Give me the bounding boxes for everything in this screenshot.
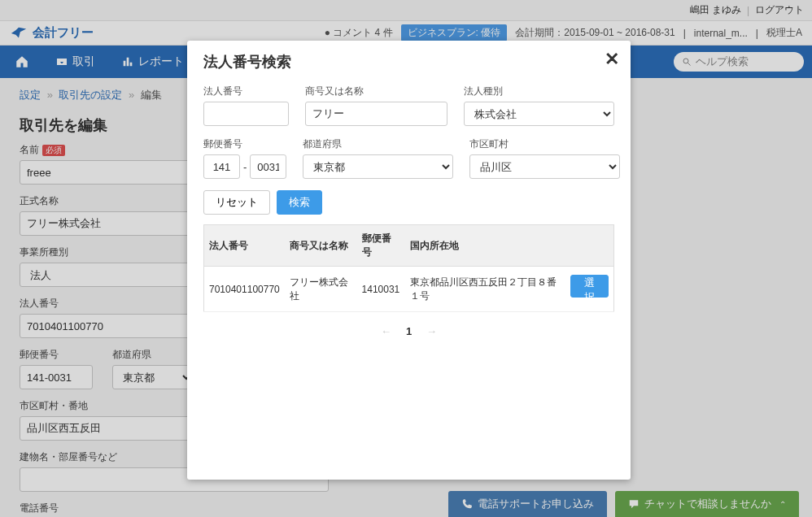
- modal-pref-label: 都道府県: [303, 137, 453, 151]
- modal-name-label: 商号又は名称: [305, 85, 447, 98]
- col-corpnum: 法人番号: [204, 225, 285, 267]
- results-table: 法人番号 商号又は名称 郵便番号 国内所在地 7010401100770 フリー…: [203, 224, 614, 312]
- modal-title: 法人番号検索: [203, 52, 614, 72]
- reset-button[interactable]: リセット: [203, 190, 270, 215]
- modal-city-label: 市区町村: [469, 137, 620, 151]
- search-button[interactable]: 検索: [277, 190, 322, 215]
- pager: ← 1 →: [203, 325, 614, 337]
- modal-city-select[interactable]: 品川区: [469, 154, 620, 179]
- modal-zip2-input[interactable]: [250, 154, 286, 179]
- cell-zip: 1410031: [357, 267, 406, 312]
- modal-zip1-input[interactable]: [203, 154, 240, 179]
- page-current: 1: [406, 325, 412, 337]
- corp-search-modal: ✕ 法人番号検索 法人番号 商号又は名称 法人種別 株式会社 郵便番号 - 都道…: [187, 41, 631, 480]
- col-zip: 郵便番号: [357, 225, 406, 267]
- table-row: 7010401100770 フリー株式会社 1410031 東京都品川区西五反田…: [204, 267, 614, 312]
- modal-type-select[interactable]: 株式会社: [464, 102, 614, 126]
- close-icon[interactable]: ✕: [605, 50, 619, 68]
- prev-page-icon[interactable]: ←: [381, 325, 391, 337]
- modal-type-label: 法人種別: [464, 85, 614, 98]
- zip-separator: -: [243, 161, 247, 173]
- next-page-icon[interactable]: →: [426, 325, 437, 337]
- cell-name: フリー株式会社: [285, 267, 357, 312]
- modal-zip-label: 郵便番号: [203, 137, 286, 151]
- modal-pref-select[interactable]: 東京都: [303, 154, 453, 179]
- modal-corpnum-input[interactable]: [203, 102, 289, 126]
- cell-corpnum: 7010401100770: [204, 267, 285, 312]
- modal-corpnum-label: 法人番号: [203, 85, 289, 98]
- modal-name-input[interactable]: [305, 102, 447, 126]
- cell-addr: 東京都品川区西五反田２丁目８番１号: [405, 267, 565, 312]
- select-button[interactable]: 選択: [570, 275, 609, 298]
- col-addr: 国内所在地: [405, 225, 565, 267]
- col-name: 商号又は名称: [285, 225, 357, 267]
